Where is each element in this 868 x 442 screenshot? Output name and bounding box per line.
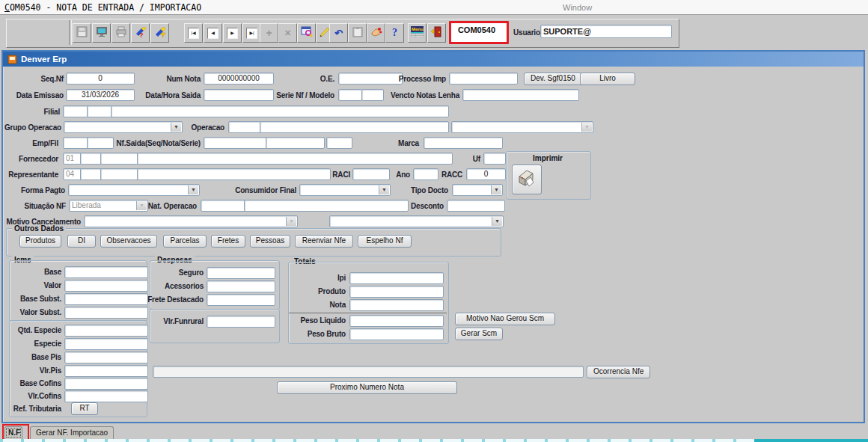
consumidor-final-select[interactable]: ▼: [299, 184, 391, 196]
motivo-cancelamento-select[interactable]: ▼: [84, 215, 298, 227]
frete-destacado-field[interactable]: [207, 294, 275, 306]
menu-button[interactable]: Menu: [408, 23, 427, 43]
acessorios-field[interactable]: [207, 280, 275, 292]
filial-emp-field[interactable]: [63, 105, 90, 117]
first-record-button[interactable]: |◀: [184, 23, 203, 43]
print-button[interactable]: [111, 23, 130, 43]
base-pis-field[interactable]: [64, 352, 148, 363]
proximo-numero-nota-button[interactable]: Proximo Numero Nota: [277, 381, 457, 394]
ocorrencia-nfe-button[interactable]: Ocorrencia Nfe: [587, 366, 650, 378]
produtos-button[interactable]: Produtos: [19, 235, 61, 248]
query-form-button[interactable]: [297, 23, 316, 43]
nat-operacao-cod-field[interactable]: [201, 200, 247, 212]
base-cofins-field[interactable]: [64, 378, 148, 390]
tipo-docto-select[interactable]: ▼: [452, 184, 503, 196]
filial-cod-field[interactable]: [87, 105, 114, 117]
denver-erp-titlebar[interactable]: [3, 52, 864, 67]
imprimir-button[interactable]: [512, 165, 542, 194]
gerar-scm-button[interactable]: Gerar Scm: [455, 328, 503, 340]
execute-query-button[interactable]: [150, 23, 169, 43]
icms-valor-field[interactable]: [64, 280, 148, 292]
undo-button[interactable]: ↶: [329, 23, 348, 43]
fornecedor-nome-field[interactable]: [137, 153, 453, 165]
fil-field[interactable]: [87, 137, 114, 149]
dev-sgf0150-button[interactable]: Dev. Sgf0150: [524, 73, 582, 85]
peso-bruto-field[interactable]: [349, 328, 444, 340]
livro-button[interactable]: Livro: [580, 73, 635, 85]
icms-base-subst-field[interactable]: [64, 293, 148, 305]
motivo-cancelamento-select-2[interactable]: ▼: [329, 215, 504, 227]
modelo-field[interactable]: [361, 89, 384, 101]
racc-field[interactable]: 0: [466, 168, 506, 180]
filial-nome-field[interactable]: [111, 105, 449, 117]
serie-nf-field[interactable]: [338, 89, 362, 101]
chevron-down-icon[interactable]: ▼: [379, 185, 389, 194]
clipboard-button[interactable]: [348, 23, 367, 43]
grupo-operacao-select[interactable]: ▼: [64, 121, 183, 133]
processo-imp-field[interactable]: [449, 73, 518, 85]
ipi-field[interactable]: [349, 272, 444, 284]
chevron-down-icon[interactable]: ▼: [492, 217, 502, 226]
nota-field[interactable]: [349, 299, 444, 311]
delete-record-button[interactable]: ✕: [278, 23, 297, 43]
icms-valor-subst-field[interactable]: [64, 307, 148, 319]
representante-cod-field[interactable]: [100, 168, 141, 180]
desconto-field[interactable]: [447, 200, 505, 212]
operacao-desc-field[interactable]: [260, 121, 449, 133]
save-button[interactable]: [73, 23, 91, 43]
nat-operacao-desc-field[interactable]: [244, 200, 409, 212]
vlr-cofins-field[interactable]: [64, 390, 148, 402]
nf-saida-serie-field[interactable]: [326, 137, 352, 149]
vencto-notas-lenha-field[interactable]: [462, 89, 579, 101]
menu-window[interactable]: Window: [563, 3, 592, 12]
next-record-button[interactable]: ▶: [223, 23, 242, 43]
rt-button[interactable]: RT: [71, 402, 98, 415]
data-hora-saida-field[interactable]: [204, 89, 274, 101]
display-button[interactable]: [92, 23, 111, 43]
nf-saida-nota-field[interactable]: [266, 137, 325, 149]
chevron-down-icon[interactable]: ▼: [171, 123, 181, 132]
nf-saida-seq-field[interactable]: [204, 137, 268, 149]
operacao-cod-field[interactable]: [228, 121, 262, 133]
fretes-button[interactable]: Fretes: [211, 235, 245, 248]
fornecedor-cod-field[interactable]: [100, 153, 141, 165]
motivo-nao-gerou-scm-button[interactable]: Motivo Nao Gerou Scm: [455, 313, 555, 325]
icms-base-field[interactable]: [64, 266, 148, 278]
last-record-button[interactable]: ▶|: [242, 23, 261, 43]
tab-nf[interactable]: N.F: [4, 426, 22, 439]
chevron-down-icon[interactable]: ▼: [188, 185, 198, 194]
chevron-down-icon[interactable]: ▼: [491, 185, 501, 194]
observacoes-button[interactable]: Observacoes: [100, 235, 157, 248]
situacao-nf-select[interactable]: Liberada▼: [69, 200, 148, 212]
vlr-pis-field[interactable]: [64, 365, 148, 377]
tab-gerar-nf-importacao[interactable]: Gerar NF. Importacao: [30, 426, 114, 439]
commit-button[interactable]: [367, 23, 385, 43]
vlr-funrural-field[interactable]: [207, 316, 275, 328]
seguro-field[interactable]: [207, 267, 275, 279]
insert-record-button[interactable]: +: [260, 23, 278, 43]
help-button[interactable]: ?: [385, 23, 404, 43]
enter-query-button[interactable]: ?: [131, 23, 150, 43]
emp-field[interactable]: [63, 137, 90, 149]
raci-field[interactable]: [352, 168, 390, 180]
especie-field[interactable]: [64, 338, 148, 350]
operacao-select[interactable]: ▼: [451, 121, 593, 133]
representante-nome-field[interactable]: [137, 168, 331, 180]
previous-record-button[interactable]: ◀: [204, 23, 222, 43]
di-button[interactable]: DI: [67, 235, 96, 248]
reenviar-nfe-button[interactable]: Reenviar Nfe: [295, 235, 353, 248]
espelho-nf-button[interactable]: Espelho Nf: [358, 235, 412, 248]
num-nota-field[interactable]: 0000000000: [204, 73, 274, 85]
seq-nf-field[interactable]: 0: [66, 73, 135, 85]
forma-pagto-select[interactable]: ▼: [68, 184, 200, 196]
parcelas-button[interactable]: Parcelas: [163, 235, 207, 248]
usuario-field[interactable]: SUPORTE@: [540, 25, 672, 38]
produto-field[interactable]: [349, 286, 444, 298]
ano-field[interactable]: [413, 168, 438, 180]
uf-field[interactable]: [483, 153, 506, 165]
pessoas-button[interactable]: Pessoas: [250, 235, 290, 248]
exit-button[interactable]: [427, 23, 446, 43]
peso-liquido-field[interactable]: [349, 315, 444, 327]
qtd-especie-field[interactable]: [64, 325, 148, 337]
marca-field[interactable]: [424, 137, 503, 149]
